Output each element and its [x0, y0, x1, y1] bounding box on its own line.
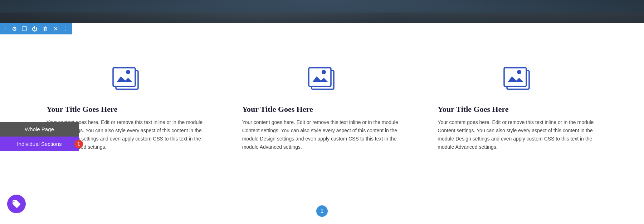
card-title-2: Your Title Goes Here — [242, 105, 402, 114]
image-placeholder-3 — [438, 63, 597, 97]
badge-count: 1 — [74, 140, 83, 148]
tag-icon — [12, 199, 21, 209]
svg-rect-7 — [504, 68, 526, 86]
individual-sections-button[interactable]: Individual Sections 1 — [0, 137, 79, 151]
copy-icon[interactable]: ❐ — [22, 25, 27, 32]
trash-icon[interactable]: 🗑 — [43, 26, 48, 32]
whole-page-button[interactable]: Whole Page — [0, 122, 79, 137]
column-3: Your Title Goes Here Your content goes h… — [420, 63, 615, 151]
power-icon[interactable]: ⏻ — [32, 26, 38, 32]
sidebar-panel: Whole Page Individual Sections 1 — [0, 122, 79, 151]
column-2: Your Title Goes Here Your content goes h… — [224, 63, 420, 151]
card-text-3: Your content goes here. Edit or remove t… — [438, 118, 597, 151]
toolbar: + ⚙ ❐ ⏻ 🗑 ✕ ⋮ — [0, 23, 72, 34]
card-text-2: Your content goes here. Edit or remove t… — [242, 118, 402, 151]
hero-image — [0, 0, 644, 23]
columns-container: Your Title Goes Here Your content goes h… — [0, 63, 644, 151]
pagination-dot[interactable]: 1 — [316, 205, 328, 217]
svg-point-8 — [517, 70, 521, 74]
card-title-3: Your Title Goes Here — [438, 105, 597, 114]
image-placeholder-2 — [242, 63, 402, 97]
svg-point-2 — [126, 70, 130, 74]
individual-sections-label: Individual Sections — [17, 141, 62, 147]
settings-icon[interactable]: ⚙ — [12, 25, 17, 32]
svg-rect-4 — [309, 68, 331, 86]
svg-point-5 — [322, 70, 326, 74]
more-icon[interactable]: ⋮ — [63, 25, 69, 32]
card-title-1: Your Title Goes Here — [47, 105, 206, 114]
close-icon[interactable]: ✕ — [53, 25, 58, 32]
floating-action-button[interactable] — [7, 195, 26, 213]
content-area: Your Title Goes Here Your content goes h… — [0, 23, 644, 224]
plus-icon[interactable]: + — [4, 26, 7, 32]
image-placeholder-1 — [47, 63, 206, 97]
svg-rect-1 — [113, 68, 135, 86]
